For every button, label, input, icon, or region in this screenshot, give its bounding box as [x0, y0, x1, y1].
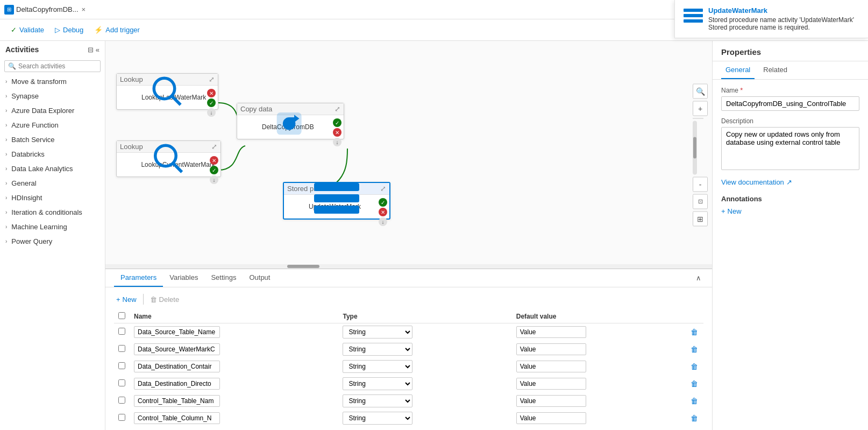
tab-related[interactable]: Related	[759, 61, 792, 79]
canvas-hscroll[interactable]	[105, 264, 712, 269]
node-copydata[interactable]: Copy data ⤢ DeltaCopyfromDB ✓ ✕	[237, 103, 344, 139]
node-success-btn-lookup1[interactable]: ✓	[207, 98, 216, 107]
param-value-input[interactable]	[516, 361, 586, 372]
sidebar-item-move-transform[interactable]: › Move & transform	[0, 74, 105, 89]
sidebar-item-data-lake-analytics[interactable]: › Data Lake Analytics	[0, 161, 105, 176]
param-name-input[interactable]	[134, 326, 220, 338]
param-name-input[interactable]	[134, 412, 220, 424]
row-checkbox[interactable]	[118, 397, 125, 404]
param-type-select[interactable]: String	[343, 343, 412, 356]
param-value-input[interactable]	[516, 326, 586, 338]
node-expand-icon[interactable]: ⤢	[380, 185, 386, 193]
annotations-section-title: Annotations	[721, 195, 859, 203]
param-value-input[interactable]	[516, 378, 586, 390]
node-expand-btn-copydata[interactable]: ↓	[333, 138, 341, 146]
sidebar-item-databricks[interactable]: › Databricks	[0, 147, 105, 161]
canvas[interactable]: Lookup ⤢ LookupLastWaterMark ✕ ✓ ↓	[105, 41, 712, 269]
tab-parameters[interactable]: Parameters	[114, 269, 163, 287]
row-checkbox[interactable]	[118, 379, 125, 386]
properties-body: Name * Description Copy new or updated r…	[713, 80, 868, 430]
validate-button[interactable]: ✓ Validate	[6, 24, 48, 36]
search-input[interactable]	[18, 62, 97, 70]
node-error-btn-storedproc[interactable]: ✕	[379, 208, 387, 216]
param-delete-btn[interactable]: 🗑	[689, 361, 699, 372]
canvas-grid-btn[interactable]: ⊞	[693, 211, 708, 226]
node-expand-btn-storedproc[interactable]: ↓	[379, 217, 387, 226]
sidebar-item-iteration-conditionals[interactable]: › Iteration & conditionals	[0, 205, 105, 220]
sidebar-item-general[interactable]: › General	[0, 176, 105, 191]
row-checkbox[interactable]	[118, 362, 125, 369]
tab-variables[interactable]: Variables	[163, 269, 204, 287]
row-checkbox[interactable]	[118, 414, 125, 421]
node-expand-icon[interactable]: ⤢	[209, 75, 215, 83]
node-success-btn-lookup2[interactable]: ✓	[210, 166, 218, 174]
close-icon[interactable]: ×	[82, 5, 86, 13]
description-field[interactable]: Copy new or updated rows only from datab…	[721, 127, 859, 170]
table-row: String 🗑	[114, 323, 703, 341]
bottom-close-btn[interactable]: ∧	[694, 272, 703, 284]
param-value-input[interactable]	[516, 395, 586, 407]
new-param-btn[interactable]: + New	[114, 294, 139, 305]
add-trigger-button[interactable]: ⚡ Add trigger	[90, 24, 144, 36]
canvas-zoom-in-btn[interactable]: +	[693, 101, 708, 116]
node-success-btn-copydata[interactable]: ✓	[333, 118, 341, 127]
sidebar-item-power-query[interactable]: › Power Query	[0, 234, 105, 249]
param-type-select[interactable]: String	[343, 394, 412, 407]
canvas-scroll-track[interactable]	[693, 121, 697, 174]
node-storedproc[interactable]: Stored procedure ⤢ UpdateWaterMark ✓	[283, 182, 390, 220]
sidebar-item-synapse[interactable]: › Synapse	[0, 89, 105, 103]
param-delete-btn[interactable]: 🗑	[689, 413, 699, 424]
param-name-input[interactable]	[134, 361, 220, 372]
sidebar-item-batch-service[interactable]: › Batch Service	[0, 132, 105, 147]
tab-settings[interactable]: Settings	[204, 269, 243, 287]
param-name-input[interactable]	[134, 343, 220, 355]
canvas-fit-btn[interactable]: ⊡	[693, 194, 708, 209]
param-value-input[interactable]	[516, 412, 586, 424]
sidebar-item-hdinsight[interactable]: › HDInsight	[0, 191, 105, 205]
node-expand-btn-lookup1[interactable]: ↓	[207, 108, 216, 117]
param-type-select[interactable]: String	[343, 412, 412, 425]
debug-button[interactable]: ▷ Debug	[51, 24, 88, 36]
canvas-zoom-out-btn[interactable]: -	[693, 177, 708, 192]
node-expand-btn-lookup2[interactable]: ↓	[210, 175, 218, 184]
row-checkbox[interactable]	[118, 328, 125, 335]
node-error-btn-lookup2[interactable]: ✕	[210, 156, 218, 165]
sidebar-item-azure-data-explorer[interactable]: › Azure Data Explorer	[0, 103, 105, 118]
view-documentation-link[interactable]: View documentation ↗	[721, 178, 859, 186]
trigger-icon: ⚡	[94, 26, 103, 34]
collapse-icon[interactable]: «	[96, 46, 99, 54]
param-delete-btn[interactable]: 🗑	[689, 378, 699, 389]
node-lookup1[interactable]: Lookup ⤢ LookupLastWaterMark ✕ ✓ ↓	[116, 73, 218, 110]
sidebar-item-azure-function[interactable]: › Azure Function	[0, 118, 105, 132]
param-name-input[interactable]	[134, 378, 220, 390]
param-name-input[interactable]	[134, 395, 220, 407]
node-error-btn-lookup1[interactable]: ✕	[207, 89, 216, 97]
node-expand-icon[interactable]: ⤢	[211, 143, 217, 151]
param-type-select[interactable]: String	[343, 360, 412, 373]
storedproc-icon	[289, 199, 304, 214]
param-type-select[interactable]: String	[343, 326, 412, 339]
param-delete-btn[interactable]: 🗑	[689, 327, 699, 337]
node-type-label: Copy data	[240, 105, 272, 113]
param-type-select[interactable]: String	[343, 377, 412, 390]
select-all-checkbox[interactable]	[118, 312, 125, 319]
delete-param-btn[interactable]: 🗑 Delete	[148, 294, 182, 305]
canvas-search-btn[interactable]: 🔍	[693, 83, 708, 98]
row-checkbox[interactable]	[118, 345, 125, 352]
filter-icon[interactable]: ⊟	[88, 46, 94, 54]
sidebar-item-machine-learning[interactable]: › Machine Learning	[0, 220, 105, 234]
param-delete-btn[interactable]: 🗑	[689, 396, 699, 406]
tab-general[interactable]: General	[721, 61, 755, 79]
param-delete-btn[interactable]: 🗑	[689, 344, 699, 355]
validate-icon: ✓	[11, 26, 17, 34]
node-error-btn-copydata[interactable]: ✕	[333, 128, 341, 137]
node-expand-icon[interactable]: ⤢	[335, 105, 340, 113]
name-field[interactable]	[721, 96, 859, 111]
node-lookup2[interactable]: Lookup ⤢ LookupCurrentWaterMark ✕ ✓	[116, 140, 221, 177]
new-annotation-btn[interactable]: + New	[721, 207, 742, 215]
bottom-panel: Parameters Variables Settings Output ∧ +…	[105, 269, 712, 430]
error-title[interactable]: UpdateWaterMark	[708, 6, 859, 15]
tab-output[interactable]: Output	[243, 269, 276, 287]
node-success-btn-storedproc[interactable]: ✓	[379, 198, 387, 207]
param-value-input[interactable]	[516, 343, 586, 355]
